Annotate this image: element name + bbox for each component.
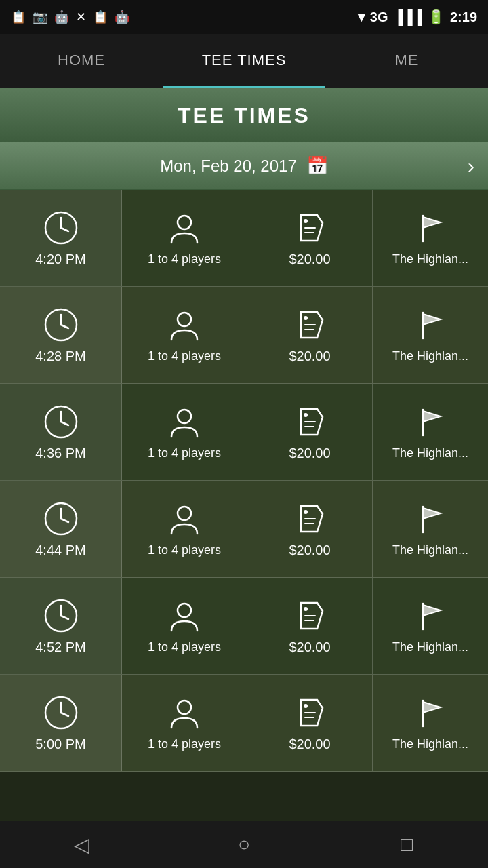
svg-point-28 (304, 510, 308, 514)
players-label: 1 to 4 players (148, 349, 221, 363)
price-label: $20.00 (289, 446, 330, 461)
tee-row[interactable]: 5:00 PM 1 to 4 players $20.00 (0, 675, 488, 772)
clipboard-icon: 📋 (93, 9, 108, 24)
price-tag-icon (291, 307, 328, 343)
course-cell: The Highlan... (373, 578, 488, 674)
time-label: 5:00 PM (35, 736, 85, 752)
svg-line-18 (61, 422, 68, 425)
battery-icon: 🔋 (428, 9, 445, 25)
status-bar: 📋 📷 🤖 ✕ 📋 🤖 ▾ 3G ▐▐▐ 🔋 2:19 (0, 0, 488, 34)
tee-row[interactable]: 4:20 PM 1 to 4 players $20.00 (0, 190, 488, 287)
svg-line-34 (61, 616, 68, 619)
price-cell: $20.00 (247, 190, 373, 286)
course-cell: The Highlan... (373, 287, 488, 383)
tee-row[interactable]: 4:52 PM 1 to 4 players $20.00 (0, 578, 488, 675)
clock-icon (43, 597, 79, 634)
svg-point-20 (304, 413, 308, 417)
svg-point-43 (178, 701, 191, 714)
time-label: 4:36 PM (35, 446, 85, 461)
flag-icon (412, 501, 449, 538)
status-icons: 📋 📷 🤖 ✕ 📋 🤖 (11, 9, 129, 24)
players-cell: 1 to 4 players (122, 190, 247, 286)
svg-point-44 (304, 704, 308, 708)
tab-me[interactable]: ME (325, 34, 488, 88)
date-nav: Mon, Feb 20, 2017 📅 › (0, 142, 488, 190)
time-label: 4:52 PM (35, 639, 85, 655)
players-icon (166, 695, 203, 732)
course-cell: The Highlan... (373, 481, 488, 577)
tee-row[interactable]: 4:44 PM 1 to 4 players $20.00 (0, 481, 488, 578)
course-cell: The Highlan... (373, 675, 488, 771)
tab-home-label: HOME (58, 52, 105, 69)
svg-line-2 (61, 228, 68, 231)
recent-apps-button[interactable]: □ (386, 824, 427, 865)
clock-icon (43, 694, 79, 731)
tab-me-label: ME (395, 52, 419, 69)
price-cell: $20.00 (247, 287, 373, 383)
home-button[interactable]: ○ (224, 824, 264, 865)
price-label: $20.00 (289, 736, 330, 752)
tab-tee-times-label: TEE TIMES (202, 52, 287, 69)
flag-icon (412, 307, 449, 344)
players-icon (166, 210, 203, 247)
time-cell: 4:36 PM (0, 384, 122, 480)
tab-bar: HOME TEE TIMES ME (0, 34, 488, 88)
players-label: 1 to 4 players (148, 640, 221, 654)
time-label: 4:28 PM (35, 349, 85, 364)
back-button[interactable]: ◁ (61, 824, 102, 865)
clock-icon (43, 403, 79, 440)
course-label: The Highlan... (392, 543, 468, 557)
price-tag-icon (291, 597, 328, 634)
time-cell: 5:00 PM (0, 675, 122, 771)
android2-icon: 🤖 (115, 9, 129, 24)
price-label: $20.00 (289, 542, 330, 558)
date-display: Mon, Feb 20, 2017 📅 (160, 155, 327, 176)
wifi-icon: ✕ (76, 9, 86, 24)
bottom-nav: ◁ ○ □ (0, 821, 488, 868)
course-label: The Highlan... (392, 640, 468, 654)
course-cell: The Highlan... (373, 190, 488, 286)
price-label: $20.00 (289, 349, 330, 364)
wifi-strength-icon: ▾ (358, 9, 365, 25)
svg-point-3 (178, 216, 191, 229)
tab-home[interactable]: HOME (0, 34, 163, 88)
network-label: 3G (370, 9, 388, 25)
course-cell: The Highlan... (373, 384, 488, 480)
flag-icon (412, 210, 449, 247)
players-icon (166, 307, 203, 344)
tee-row[interactable]: 4:28 PM 1 to 4 players $20.00 (0, 287, 488, 384)
price-cell: $20.00 (247, 675, 373, 771)
svg-point-19 (178, 410, 191, 423)
players-cell: 1 to 4 players (122, 384, 247, 480)
tab-tee-times[interactable]: TEE TIMES (163, 34, 325, 88)
tee-times-list: 4:20 PM 1 to 4 players $20.00 (0, 190, 488, 821)
price-cell: $20.00 (247, 481, 373, 577)
price-tag-icon (291, 694, 328, 731)
time-label: 4:20 PM (35, 252, 85, 267)
svg-point-36 (304, 607, 308, 611)
signal-bars-icon: ▐▐▐ (393, 9, 422, 25)
clock-icon (43, 500, 79, 537)
next-date-button[interactable]: › (468, 155, 474, 178)
players-icon (166, 598, 203, 635)
flag-icon (412, 695, 449, 732)
time-cell: 4:28 PM (0, 287, 122, 383)
page-title: TEE TIMES (178, 103, 310, 128)
price-tag-icon (291, 500, 328, 537)
price-tag-icon (291, 403, 328, 440)
tee-row[interactable]: 4:36 PM 1 to 4 players $20.00 (0, 384, 488, 481)
clock-icon (43, 210, 79, 246)
players-label: 1 to 4 players (148, 252, 221, 267)
calendar-icon[interactable]: 📅 (306, 155, 328, 176)
page-header: TEE TIMES (0, 88, 488, 142)
price-label: $20.00 (289, 639, 330, 655)
camera-icon: 📷 (33, 9, 47, 24)
svg-line-42 (61, 713, 68, 716)
price-cell: $20.00 (247, 384, 373, 480)
svg-point-11 (178, 313, 191, 326)
time-cell: 4:20 PM (0, 190, 122, 286)
players-icon (166, 501, 203, 538)
price-tag-icon (291, 210, 328, 246)
players-label: 1 to 4 players (148, 543, 221, 557)
svg-point-27 (178, 507, 191, 520)
